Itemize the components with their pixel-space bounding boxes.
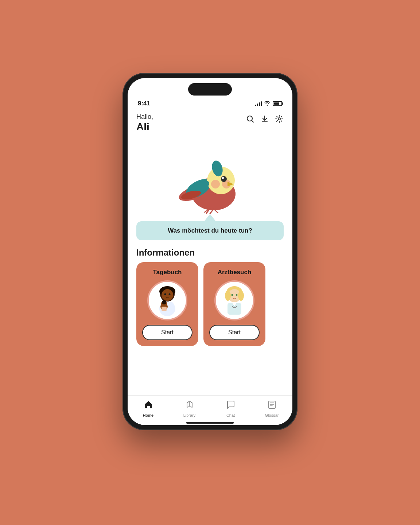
svg-point-39 [211, 180, 220, 188]
svg-point-66 [225, 291, 231, 301]
battery-icon [273, 101, 282, 106]
bird-illustration [174, 141, 246, 214]
section-title: Informationen [128, 240, 292, 262]
greeting-name: Ali [136, 121, 153, 133]
card-arztbesuch-start-btn[interactable]: Start [209, 325, 260, 340]
chat-icon [226, 400, 236, 412]
svg-rect-63 [162, 307, 167, 311]
home-icon [144, 400, 153, 412]
card-arztbesuch-title: Arztbesuch [218, 269, 252, 276]
nav-item-home[interactable]: Home [128, 400, 169, 417]
svg-point-34 [278, 118, 280, 120]
card-arztbesuch-avatar [214, 280, 254, 320]
card-tagebuch-start-btn[interactable]: Start [142, 325, 192, 340]
glossar-icon [267, 400, 277, 412]
card-arztbesuch[interactable]: Arztbesuch [203, 262, 265, 346]
greeting-container: Hallo, Ali [136, 113, 153, 133]
settings-icon[interactable] [275, 114, 284, 125]
svg-point-61 [163, 302, 164, 303]
svg-point-55 [169, 293, 171, 295]
svg-point-62 [165, 302, 166, 303]
bird-section [128, 137, 292, 214]
bottom-nav: Home Library [128, 395, 292, 420]
speech-bubble-text: Was möchtest du heute tun? [168, 227, 252, 234]
nav-chat-label: Chat [226, 413, 235, 417]
greeting-hello: Hallo, [136, 113, 153, 121]
search-icon[interactable] [246, 114, 254, 125]
cards-row: Tagebuch [128, 262, 292, 353]
nav-home-label: Home [143, 413, 153, 417]
wifi-icon [264, 101, 271, 107]
card-tagebuch-avatar [147, 280, 187, 320]
phone-frame: 9:41 [122, 73, 298, 430]
scroll-content[interactable]: Was möchtest du heute tun? Informationen… [128, 137, 292, 395]
library-icon [185, 400, 194, 412]
bubble-pointer [204, 214, 216, 221]
signal-icon [255, 101, 262, 106]
nav-glossar-label: Glossar [265, 413, 279, 417]
svg-point-69 [236, 294, 238, 296]
svg-point-54 [164, 293, 166, 295]
nav-item-library[interactable]: Library [169, 400, 210, 417]
phone-wrapper: 9:41 [122, 73, 298, 430]
card-tagebuch-title: Tagebuch [153, 269, 182, 276]
nav-item-chat[interactable]: Chat [210, 400, 251, 417]
svg-point-68 [232, 294, 233, 296]
home-indicator [186, 422, 234, 424]
svg-line-32 [252, 121, 254, 122]
app-header: Hallo, Ali [128, 110, 292, 137]
phone-screen: 9:41 [128, 78, 292, 425]
status-icons [255, 101, 282, 107]
svg-point-67 [238, 291, 244, 301]
card-tagebuch[interactable]: Tagebuch [136, 262, 198, 346]
svg-point-42 [222, 177, 224, 179]
svg-point-53 [162, 289, 173, 301]
nav-library-label: Library [183, 413, 196, 417]
header-icons [246, 114, 284, 125]
status-time: 9:41 [138, 100, 150, 107]
dynamic-island [188, 83, 232, 96]
svg-rect-71 [269, 401, 275, 408]
speech-bubble: Was möchtest du heute tun? [136, 221, 284, 240]
nav-item-glossar[interactable]: Glossar [251, 400, 292, 417]
svg-point-41 [221, 176, 227, 182]
download-icon[interactable] [260, 114, 269, 125]
